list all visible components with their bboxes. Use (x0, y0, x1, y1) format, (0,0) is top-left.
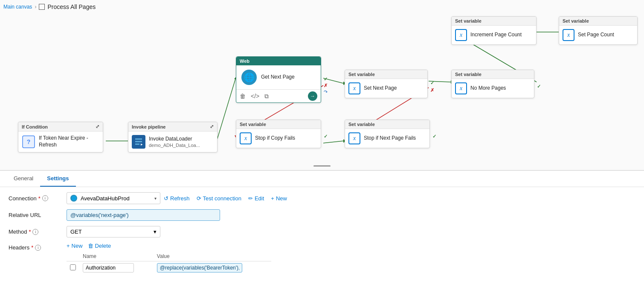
set-increment-node: Set variable x Increment Page Count (451, 16, 537, 45)
new-connection-icon: + (271, 195, 274, 202)
header-row-checkbox[interactable] (70, 264, 76, 270)
setvar-icon-next-page: x (348, 82, 360, 94)
if-condition-expand[interactable]: ⤢ (96, 124, 99, 129)
canvas-area: Main canvas › Process All Pages (0, 0, 644, 171)
breadcrumb-chevron: › (35, 4, 36, 10)
scroll-indicator (313, 165, 331, 167)
headers-required: * (31, 244, 33, 251)
web-delete-icon[interactable]: 🗑 (240, 93, 246, 100)
headers-new-icon: + (67, 243, 70, 249)
set-stop-copy-header: Set variable (236, 120, 321, 129)
setvar-icon-no-more: x (455, 82, 467, 94)
web-body: 🌐 Get Next Page (236, 65, 321, 89)
svg-line-16 (323, 141, 343, 143)
setvar-icon-page-count: x (563, 29, 574, 41)
refresh-action[interactable]: ↺ Refresh (164, 195, 190, 202)
connection-info-icon[interactable]: i (42, 195, 48, 201)
set-stop-copy-port: ✓ (324, 133, 328, 139)
web-globe-icon: 🌐 (241, 70, 257, 85)
test-connection-action[interactable]: ⟳ Test connection (197, 195, 241, 202)
invoke-expand[interactable]: ⤢ (210, 124, 214, 129)
settings-panel: General Settings Connection * i 🌐 AvevaD… (0, 171, 644, 296)
web-node: Web 🌐 Get Next Page 🗑 </> ⧉ → ✓ ✗ ↷ (236, 56, 321, 103)
set-stop-next-body: x Stop if Next Page Fails (345, 129, 429, 148)
refresh-icon: ↺ (164, 195, 168, 202)
headers-actions: + New 🗑 Delete (67, 243, 271, 249)
connection-globe-icon: 🌐 (70, 195, 77, 202)
if-condition-node: If Condition ⤢ ? If Token Near Expire - … (18, 122, 103, 152)
web-header: Web (236, 57, 321, 65)
page-icon (39, 4, 45, 10)
headers-table: Name Value (67, 252, 271, 274)
headers-checkbox-col (67, 252, 79, 261)
connection-required: * (38, 195, 41, 202)
connection-actions: ↺ Refresh ⟳ Test connection ✏ Edit + New (164, 195, 287, 202)
setvar-icon-increment: x (455, 29, 467, 41)
set-next-page-body: x Set Next Page (345, 79, 427, 98)
web-port-arrow: ↷ (324, 89, 328, 95)
settings-content: Connection * i 🌐 AvevaDataHubProd ▾ ↺ Re… (0, 187, 644, 279)
if-condition-icon: ? (22, 135, 35, 149)
if-condition-label: If Token Near Expire - Refresh (39, 135, 99, 148)
main-canvas-link[interactable]: Main canvas (3, 4, 32, 10)
invoke-icon: ▶ (132, 135, 145, 149)
setvar-icon-stop-copy: x (240, 132, 252, 144)
set-stop-copy-node: Set variable x Stop if Copy Fails ✓ (236, 120, 321, 148)
set-stop-next-node: Set variable x Stop if Next Page Fails ✓ (345, 120, 430, 148)
set-stop-next-header: Set variable (345, 120, 429, 129)
breadcrumb: Main canvas › Process All Pages (3, 3, 96, 10)
table-row (67, 261, 271, 275)
set-next-page-header: Set variable (345, 70, 427, 79)
tab-general[interactable]: General (7, 171, 40, 187)
headers-label: Headers * i (9, 243, 60, 251)
method-label: Method * i (9, 229, 60, 235)
invoke-pipeline-header: Invoke pipeline ⤢ (128, 122, 217, 132)
headers-new-button[interactable]: + New (67, 243, 83, 249)
set-page-count-node: Set variable x Set Page Count (559, 16, 638, 45)
if-condition-header: If Condition ⤢ (18, 122, 103, 132)
web-copy-icon[interactable]: ⧉ (264, 93, 269, 100)
new-connection-action[interactable]: + New (271, 195, 287, 202)
headers-value-col: Value (154, 252, 271, 261)
connection-controls: 🌐 AvevaDataHubProd ▾ ↺ Refresh ⟳ Test co… (67, 192, 287, 204)
set-next-page-ports: ✓ ✗ (430, 80, 434, 93)
headers-row: Headers * i + New 🗑 Delete (9, 243, 635, 274)
set-increment-header: Set variable (452, 17, 536, 26)
set-stop-copy-body: x Stop if Copy Fails (236, 129, 321, 148)
if-condition-body: ? If Token Near Expire - Refresh (18, 132, 103, 152)
edit-action[interactable]: ✏ Edit (248, 195, 264, 202)
relative-url-row: Relative URL (9, 209, 635, 221)
tab-settings[interactable]: Settings (40, 171, 75, 187)
set-no-more-body: x No More Pages (452, 79, 534, 98)
method-select[interactable]: GET ▾ (67, 226, 160, 237)
set-increment-body: x Increment Page Count (452, 26, 536, 44)
relative-url-input[interactable] (67, 209, 220, 221)
set-stop-next-port: ✓ (432, 133, 436, 139)
headers-delete-button[interactable]: 🗑 Delete (88, 243, 111, 249)
set-no-more-node: Set variable x No More Pages ✓ (451, 70, 534, 98)
method-info-icon[interactable]: i (32, 229, 38, 235)
headers-section: + New 🗑 Delete Name Value (67, 243, 271, 274)
web-code-icon[interactable]: </> (251, 93, 259, 100)
set-no-more-header: Set variable (452, 70, 534, 79)
set-next-page-node: Set variable x Set Next Page ✓ ✗ (345, 70, 428, 98)
headers-delete-icon: 🗑 (88, 243, 93, 249)
invoke-pipeline-body: ▶ Invoke DataLoader demo_ADH_Data_Loa... (128, 132, 217, 152)
web-ports: ✓ ✗ ↷ (324, 76, 328, 95)
tabs: General Settings (0, 171, 644, 187)
method-row: Method * i GET ▾ (9, 226, 635, 237)
edit-icon: ✏ (248, 195, 253, 202)
svg-text:?: ? (27, 138, 31, 145)
web-footer: 🗑 </> ⧉ → (236, 89, 321, 103)
web-nav-arrow[interactable]: → (308, 91, 317, 101)
svg-text:▶: ▶ (141, 143, 143, 146)
header-value-input[interactable] (157, 263, 242, 273)
test-connection-icon: ⟳ (197, 195, 201, 202)
headers-name-col: Name (79, 252, 154, 261)
method-chevron-icon: ▾ (154, 229, 157, 235)
header-name-input[interactable] (83, 263, 134, 273)
set-page-count-body: x Set Page Count (559, 26, 637, 44)
headers-info-icon[interactable]: i (35, 245, 41, 251)
connection-select[interactable]: 🌐 AvevaDataHubProd ▾ (67, 192, 160, 204)
connection-row: Connection * i 🌐 AvevaDataHubProd ▾ ↺ Re… (9, 192, 635, 204)
